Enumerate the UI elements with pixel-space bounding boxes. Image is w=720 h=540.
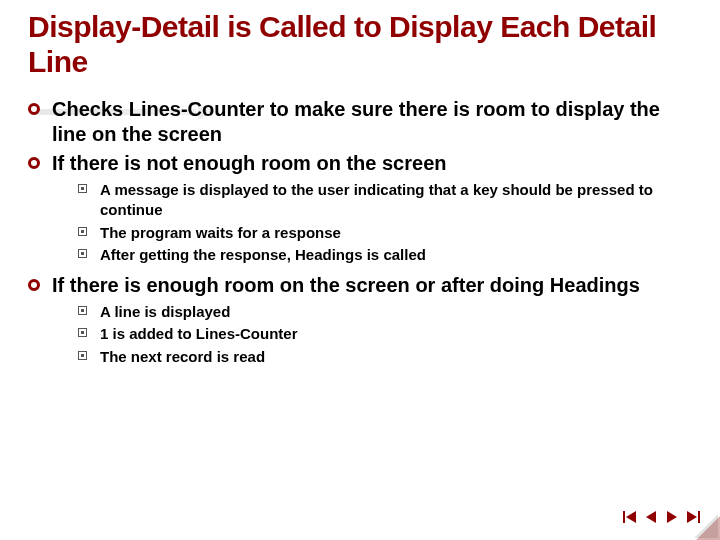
slide-nav	[621, 508, 702, 526]
next-slide-button[interactable]	[663, 508, 681, 526]
svg-marker-2	[646, 511, 656, 523]
bullet-text: Checks Lines-Counter to make sure there …	[52, 98, 660, 145]
sub-item: A message is displayed to the user indic…	[78, 180, 692, 221]
slide-title: Display-Detail is Called to Display Each…	[28, 10, 692, 79]
triangle-left-icon	[643, 509, 659, 525]
sub-list: A line is displayed 1 is added to Lines-…	[52, 302, 692, 367]
bullet-text: If there is not enough room on the scree…	[52, 152, 446, 174]
sub-item: The program waits for a response	[78, 223, 692, 243]
bullet-item: If there is not enough room on the scree…	[28, 151, 692, 265]
bullet-list: Checks Lines-Counter to make sure there …	[28, 97, 692, 367]
first-slide-button[interactable]	[621, 508, 639, 526]
sub-item: 1 is added to Lines-Counter	[78, 324, 692, 344]
bullet-text: If there is enough room on the screen or…	[52, 274, 640, 296]
svg-marker-1	[626, 511, 636, 523]
slide: Display-Detail is Called to Display Each…	[0, 0, 720, 367]
bullet-item: Checks Lines-Counter to make sure there …	[28, 97, 692, 147]
sub-list: A message is displayed to the user indic…	[52, 180, 692, 265]
svg-marker-3	[667, 511, 677, 523]
page-curl-shadow	[696, 516, 720, 540]
triangle-right-icon	[664, 509, 680, 525]
sub-item: The next record is read	[78, 347, 692, 367]
svg-rect-0	[623, 511, 625, 523]
sub-item: After getting the response, Headings is …	[78, 245, 692, 265]
bullet-item: If there is enough room on the screen or…	[28, 273, 692, 367]
sub-item: A line is displayed	[78, 302, 692, 322]
prev-slide-button[interactable]	[642, 508, 660, 526]
skip-back-icon	[622, 509, 638, 525]
